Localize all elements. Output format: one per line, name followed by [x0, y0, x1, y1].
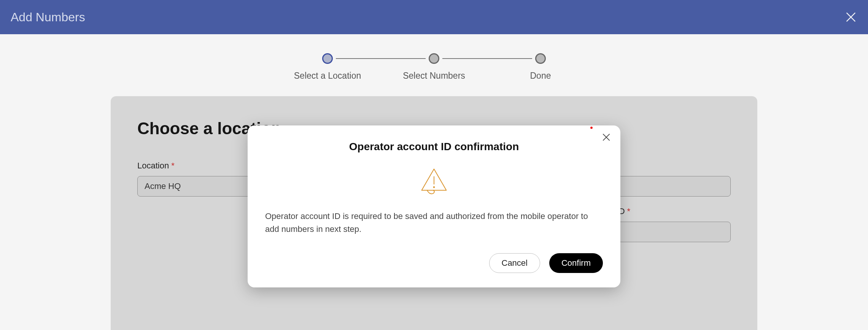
- modal-close-icon[interactable]: [601, 132, 611, 144]
- cursor-indicator: [590, 127, 593, 129]
- page-title: Add Numbers: [11, 10, 85, 24]
- warning-icon: [265, 164, 603, 198]
- cancel-button[interactable]: Cancel: [489, 253, 540, 273]
- confirm-button[interactable]: Confirm: [549, 253, 603, 273]
- confirmation-modal: Operator account ID confirmation Operato…: [248, 125, 620, 287]
- close-icon[interactable]: [844, 11, 857, 24]
- modal-body-text: Operator account ID is required to be sa…: [265, 210, 603, 236]
- svg-point-5: [434, 187, 435, 188]
- header-bar: Add Numbers: [0, 0, 868, 34]
- modal-title: Operator account ID confirmation: [265, 141, 603, 153]
- modal-actions: Cancel Confirm: [265, 253, 603, 273]
